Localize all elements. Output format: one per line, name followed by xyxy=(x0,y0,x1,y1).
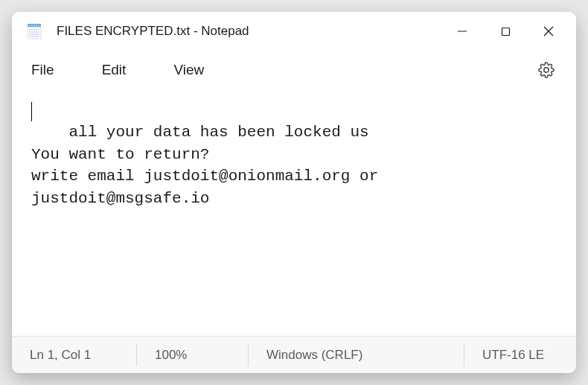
notepad-window: FILES ENCRYPTED.txt - Notepad File Edit … xyxy=(12,12,576,373)
svg-point-3 xyxy=(33,25,35,26)
menu-items: File Edit View xyxy=(25,57,210,83)
maximize-button[interactable] xyxy=(484,14,527,48)
zoom-level[interactable]: 100% xyxy=(137,344,249,366)
menu-file[interactable]: File xyxy=(25,57,60,83)
notepad-icon xyxy=(25,22,43,40)
svg-point-1 xyxy=(29,25,31,26)
text-cursor xyxy=(31,102,32,121)
text-editor-area[interactable]: all your data has been locked us You wan… xyxy=(12,89,576,336)
window-controls xyxy=(441,14,570,48)
svg-point-4 xyxy=(36,25,37,26)
svg-point-2 xyxy=(31,25,33,26)
window-title: FILES ENCRYPTED.txt - Notepad xyxy=(57,24,441,39)
settings-button[interactable] xyxy=(533,57,560,83)
close-button[interactable] xyxy=(527,14,570,48)
menubar: File Edit View xyxy=(12,51,576,89)
statusbar: Ln 1, Col 1 100% Windows (CRLF) UTF-16 L… xyxy=(12,336,576,373)
titlebar[interactable]: FILES ENCRYPTED.txt - Notepad xyxy=(12,12,576,51)
encoding[interactable]: UTF-16 LE xyxy=(464,344,576,366)
svg-rect-12 xyxy=(502,28,509,35)
cursor-position[interactable]: Ln 1, Col 1 xyxy=(12,344,137,366)
gear-icon xyxy=(538,62,555,78)
minimize-button[interactable] xyxy=(441,14,484,48)
line-ending[interactable]: Windows (CRLF) xyxy=(249,344,464,366)
document-text: all your data has been locked us You wan… xyxy=(31,124,388,206)
svg-rect-6 xyxy=(28,27,41,39)
svg-point-5 xyxy=(38,25,39,26)
menu-view[interactable]: View xyxy=(167,57,210,83)
menu-edit[interactable]: Edit xyxy=(96,57,132,83)
